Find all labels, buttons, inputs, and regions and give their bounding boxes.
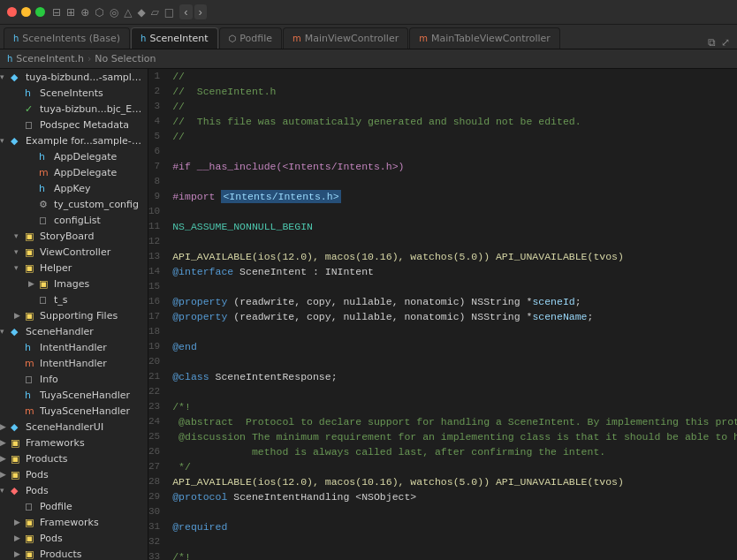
sidebar: ▾◆tuya-bizbund...-sample-objchSceneInten… bbox=[0, 69, 148, 560]
sidebar-item-scene-handler-ui[interactable]: ▶◆SceneHandlerUI bbox=[0, 419, 148, 435]
tabs-bar: h SceneIntents (Base) h SceneIntent ⬡ Po… bbox=[0, 25, 737, 49]
sidebar-item-t-s[interactable]: ◻t_s bbox=[0, 291, 148, 307]
sidebar-item-tuya-scene-handler-m[interactable]: mTuyaSceneHandler bbox=[0, 403, 148, 419]
tree-item-label: Pods bbox=[40, 533, 144, 544]
sidebar-item-pods3[interactable]: ▶▣Pods bbox=[0, 530, 148, 546]
tab-main-table-vc[interactable]: m MainTableViewController bbox=[409, 27, 560, 49]
line-number: 21 bbox=[148, 369, 169, 384]
code-line: 28API_AVAILABLE(ios(12.0), macos(10.16),… bbox=[148, 474, 737, 489]
code-line: 15 bbox=[148, 279, 737, 294]
tree-item-icon: ◆ bbox=[11, 326, 23, 337]
sidebar-item-tuya-bizbun-bjc[interactable]: ✓tuya-bizbun...bjc_Example bbox=[0, 101, 148, 117]
line-number: 18 bbox=[148, 324, 169, 339]
sidebar-item-scene-intents[interactable]: hSceneIntents bbox=[0, 85, 148, 101]
tree-item-label: t_s bbox=[54, 294, 144, 306]
sidebar-item-scene-handler[interactable]: ▾◆SceneHandler bbox=[0, 323, 148, 339]
tab-scene-intents-base[interactable]: h SceneIntents (Base) bbox=[4, 27, 130, 49]
tree-item-icon: ▣ bbox=[25, 246, 37, 258]
tree-item-icon: ◆ bbox=[11, 485, 23, 496]
line-number: 17 bbox=[148, 309, 169, 324]
breadcrumb-file: SceneIntent.h bbox=[16, 53, 84, 64]
sidebar-item-app-key[interactable]: hAppKey bbox=[0, 180, 148, 196]
sidebar-item-ty-custom-config[interactable]: ⚙ty_custom_config bbox=[0, 196, 148, 212]
tree-arrow: ▾ bbox=[0, 136, 11, 145]
tree-item-icon: ▣ bbox=[25, 549, 37, 560]
sidebar-item-podfile-item[interactable]: ◻Podfile bbox=[0, 498, 148, 514]
tree-arrow: ▾ bbox=[14, 263, 25, 272]
sidebar-item-config-list[interactable]: ◻configList bbox=[0, 212, 148, 228]
line-number: 4 bbox=[148, 114, 169, 129]
sidebar-item-products[interactable]: ▶▣Products bbox=[0, 450, 148, 466]
tree-item-icon: ◆ bbox=[11, 421, 23, 433]
line-number: 14 bbox=[148, 264, 169, 279]
tree-item-icon: ✓ bbox=[25, 103, 37, 115]
code-line: 7#if __has_include(<Intents/Intents.h>) bbox=[148, 159, 737, 174]
sidebar-item-app-delegate-m[interactable]: mAppDelegate bbox=[0, 164, 148, 180]
tab-label-podfile: Podfile bbox=[239, 33, 272, 44]
grid-icon[interactable]: ⊞ bbox=[66, 6, 75, 19]
sidebar-item-images[interactable]: ▶▣Images bbox=[0, 276, 148, 291]
tree-item-label: Supporting Files bbox=[40, 310, 144, 322]
tree-item-icon: ◻ bbox=[25, 501, 37, 512]
tree-item-label: AppDelegate bbox=[54, 151, 144, 163]
sidebar-item-tuya-bizbund-sample[interactable]: ▾◆tuya-bizbund...-sample-objc bbox=[0, 69, 148, 85]
tree-item-icon: ◻ bbox=[39, 215, 51, 226]
line-number: 30 bbox=[148, 504, 169, 519]
split-icon[interactable]: ⧉ bbox=[708, 36, 716, 49]
nav-back-button[interactable]: ‹ bbox=[179, 4, 192, 19]
line-number: 13 bbox=[148, 249, 169, 264]
sidebar-item-pods2[interactable]: ▾◆Pods bbox=[0, 482, 148, 498]
tab-label-main-table-vc: MainTableViewController bbox=[431, 33, 551, 44]
tree-item-label: Pods bbox=[26, 485, 144, 496]
tree-item-label: Images bbox=[54, 278, 144, 290]
maximize-button[interactable] bbox=[35, 7, 45, 17]
tree-item-icon: ▣ bbox=[11, 469, 23, 481]
sidebar-item-intent-handler-m[interactable]: mIntentHandler bbox=[0, 355, 148, 371]
tree-arrow: ▶ bbox=[14, 549, 25, 558]
tree-item-label: tuya-bizbun...bjc_Example bbox=[40, 103, 144, 115]
tab-main-vc[interactable]: m MainViewController bbox=[283, 27, 408, 49]
code-line: 20 bbox=[148, 354, 737, 369]
tree-item-icon: h bbox=[25, 342, 37, 353]
expand-icon[interactable]: ⤢ bbox=[721, 36, 730, 49]
code-line: 1// bbox=[148, 69, 737, 84]
scheme-icon[interactable]: △ bbox=[124, 6, 132, 19]
move-icon[interactable]: ⊕ bbox=[80, 6, 89, 19]
code-line: 29@protocol SceneIntentHandling <NSObjec… bbox=[148, 489, 737, 504]
run-icon[interactable]: ◎ bbox=[110, 6, 118, 19]
traffic-lights bbox=[7, 7, 45, 17]
sidebar-item-helper[interactable]: ▾▣Helper bbox=[0, 260, 148, 276]
sidebar-item-example-sample[interactable]: ▾◆Example for...sample-objc bbox=[0, 132, 148, 148]
bug-icon[interactable]: ⬡ bbox=[95, 6, 103, 19]
sidebar-item-frameworks[interactable]: ▶▣Frameworks bbox=[0, 435, 148, 450]
breakpoint-icon[interactable]: ◆ bbox=[137, 6, 145, 19]
sidebar-item-supporting-files[interactable]: ▶▣Supporting Files bbox=[0, 307, 148, 323]
tree-item-label: Products bbox=[26, 453, 144, 465]
sidebar-item-pods[interactable]: ▶▣Pods bbox=[0, 466, 148, 482]
tree-item-label: IntentHandler bbox=[40, 342, 144, 353]
code-line: 19@end bbox=[148, 339, 737, 354]
sidebar-item-story-board[interactable]: ▾▣StoryBoard bbox=[0, 228, 148, 244]
code-line: 17@property (readwrite, copy, nullable, … bbox=[148, 309, 737, 324]
sidebar-item-frameworks2[interactable]: ▶▣Frameworks bbox=[0, 514, 148, 530]
line-number: 16 bbox=[148, 294, 169, 309]
sim-icon[interactable]: ▱ bbox=[151, 6, 159, 19]
line-number: 5 bbox=[148, 129, 169, 144]
tab-scene-intent[interactable]: h SceneIntent bbox=[131, 27, 217, 49]
nav-forward-button[interactable]: › bbox=[194, 4, 207, 19]
sidebar-item-info[interactable]: ◻Info bbox=[0, 371, 148, 387]
sidebar-item-view-controller[interactable]: ▾▣ViewController bbox=[0, 244, 148, 260]
tab-podfile[interactable]: ⬡ Podfile bbox=[219, 27, 282, 49]
sidebar-item-intent-handler-h[interactable]: hIntentHandler bbox=[0, 339, 148, 355]
code-editor[interactable]: 1//2// SceneIntent.h3//4// This file was… bbox=[148, 69, 737, 560]
minimize-button[interactable] bbox=[21, 7, 31, 17]
close-button[interactable] bbox=[7, 7, 17, 17]
sidebar-item-tuya-scene-handler-h[interactable]: hTuyaSceneHandler bbox=[0, 387, 148, 403]
tree-item-icon: ◻ bbox=[25, 374, 37, 385]
sidebar-item-app-delegate-h[interactable]: hAppDelegate bbox=[0, 148, 148, 164]
sidebar-item-podspec-meta[interactable]: ◻Podspec Metadata bbox=[0, 117, 148, 132]
code-line: 26 method is always called last, after c… bbox=[148, 444, 737, 459]
sidebar-toggle-icon[interactable]: ⊟ bbox=[52, 6, 61, 19]
sidebar-item-products2[interactable]: ▶▣Products bbox=[0, 546, 148, 560]
source-icon[interactable]: □ bbox=[164, 6, 174, 19]
